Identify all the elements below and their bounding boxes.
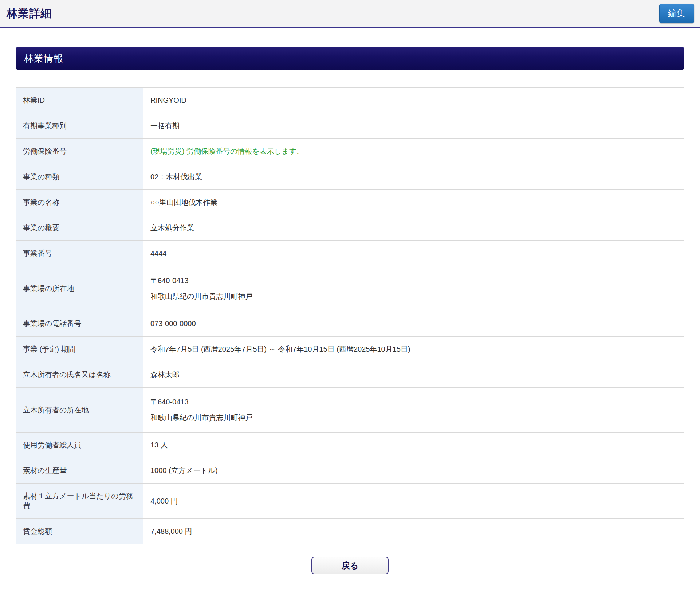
- row-label: 立木所有者の氏名又は名称: [16, 362, 143, 388]
- table-row-yuki-type: 有期事業種別 一括有期: [16, 113, 684, 139]
- row-value: 一括有期: [143, 113, 684, 139]
- section-title: 林業情報: [24, 52, 63, 65]
- row-value: ○○里山団地伐木作業: [143, 190, 684, 215]
- section-banner: 林業情報: [16, 47, 684, 70]
- table-row-jigyo-meisho: 事業の名称 ○○里山団地伐木作業: [16, 190, 684, 215]
- row-label: 事業 (予定) 期間: [16, 337, 143, 362]
- table-row-jigyo-gaiyo: 事業の概要 立木処分作業: [16, 215, 684, 241]
- page-title: 林業詳細: [7, 6, 52, 21]
- forestry-info-table: 林業ID RINGYOID 有期事業種別 一括有期 労働保険番号 (現場労災) …: [16, 87, 684, 544]
- edit-button[interactable]: 編集: [659, 4, 694, 23]
- row-value: 7,488,000 円: [143, 519, 684, 544]
- row-label: 素材の生産量: [16, 458, 143, 484]
- table-row-jigyoba-shozaichi: 事業場の所在地 〒640-0413 和歌山県紀の川市貴志川町神戸: [16, 266, 684, 311]
- back-button[interactable]: 戻る: [311, 557, 389, 574]
- row-label: 事業番号: [16, 241, 143, 266]
- row-value: 〒640-0413 和歌山県紀の川市貴志川町神戸: [143, 388, 684, 433]
- row-label: 事業の名称: [16, 190, 143, 215]
- table-row-rodosha-soninzu: 使用労働者総人員 13 人: [16, 433, 684, 458]
- row-label: 素材１立方メートル当たりの労務費: [16, 484, 143, 519]
- row-label: 労働保険番号: [16, 139, 143, 164]
- table-row-rodo-hoken-bango: 労働保険番号 (現場労災) 労働保険番号の情報を表示します。: [16, 139, 684, 164]
- table-row-jigyo-shurui: 事業の種類 02：木材伐出業: [16, 164, 684, 190]
- postal-code: 〒640-0413: [150, 397, 676, 407]
- row-label: 林業ID: [16, 88, 143, 113]
- table-row-chingin-sogaku: 賃金総額 7,488,000 円: [16, 519, 684, 544]
- table-row-ringyo-id: 林業ID RINGYOID: [16, 88, 684, 113]
- row-value: 立木処分作業: [143, 215, 684, 241]
- table-row-jigyo-bango: 事業番号 4444: [16, 241, 684, 266]
- address: 和歌山県紀の川市貴志川町神戸: [150, 413, 676, 423]
- main-content: 林業情報 林業ID RINGYOID 有期事業種別 一括有期 労働保険番号 (現…: [16, 47, 684, 574]
- row-label: 事業場の所在地: [16, 266, 143, 311]
- table-row-rikiboku-shoyusha-shimei: 立木所有者の氏名又は名称 森林太郎: [16, 362, 684, 388]
- address: 和歌山県紀の川市貴志川町神戸: [150, 291, 676, 301]
- table-row-jigyoba-denwa: 事業場の電話番号 073-000-0000: [16, 311, 684, 337]
- row-value: 森林太郎: [143, 362, 684, 388]
- row-label: 使用労働者総人員: [16, 433, 143, 458]
- postal-code: 〒640-0413: [150, 276, 676, 286]
- row-value: 02：木材伐出業: [143, 164, 684, 190]
- table-row-jigyo-kikan: 事業 (予定) 期間 令和7年7月5日 (西暦2025年7月5日) ～ 令和7年…: [16, 337, 684, 362]
- row-value: RINGYOID: [143, 88, 684, 113]
- row-value: 4444: [143, 241, 684, 266]
- row-value: 073-000-0000: [143, 311, 684, 337]
- table-row-sozai-seisanryo: 素材の生産量 1000 (立方メートル): [16, 458, 684, 484]
- row-label: 立木所有者の所在地: [16, 388, 143, 433]
- row-value-note: (現場労災) 労働保険番号の情報を表示します。: [143, 139, 684, 164]
- row-value: 〒640-0413 和歌山県紀の川市貴志川町神戸: [143, 266, 684, 311]
- row-label: 事業の概要: [16, 215, 143, 241]
- row-label: 事業の種類: [16, 164, 143, 190]
- row-value: 4,000 円: [143, 484, 684, 519]
- row-value: 令和7年7月5日 (西暦2025年7月5日) ～ 令和7年10月15日 (西暦2…: [143, 337, 684, 362]
- footer: 戻る: [16, 557, 684, 574]
- row-value: 1000 (立方メートル): [143, 458, 684, 484]
- row-label: 事業場の電話番号: [16, 311, 143, 337]
- topbar: 林業詳細 編集: [0, 0, 700, 28]
- table-row-romuhi: 素材１立方メートル当たりの労務費 4,000 円: [16, 484, 684, 519]
- table-row-rikiboku-shoyusha-shozaichi: 立木所有者の所在地 〒640-0413 和歌山県紀の川市貴志川町神戸: [16, 388, 684, 433]
- row-value: 13 人: [143, 433, 684, 458]
- row-label: 有期事業種別: [16, 113, 143, 139]
- row-label: 賃金総額: [16, 519, 143, 544]
